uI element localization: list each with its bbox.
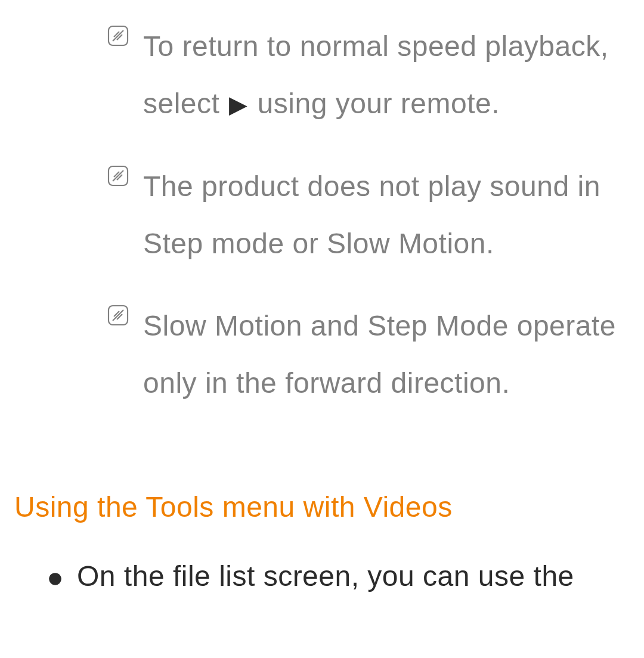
bullet-text: On the file list screen, you can use the	[77, 558, 574, 594]
note-text-part: using your remote.	[249, 88, 500, 119]
notes-block: To return to normal speed playback, sele…	[107, 18, 630, 412]
note-text: Slow Motion and Step Mode operate only i…	[143, 297, 630, 412]
note-text: The product does not play sound in Step …	[143, 158, 630, 272]
pencil-note-icon	[107, 165, 129, 187]
note-text: To return to normal speed playback, sele…	[143, 18, 630, 133]
note-item: Slow Motion and Step Mode operate only i…	[107, 297, 630, 412]
bullet-dot-icon: ●	[47, 560, 64, 595]
note-item: To return to normal speed playback, sele…	[107, 18, 630, 133]
document-page: To return to normal speed playback, sele…	[0, 0, 644, 595]
pencil-note-icon	[107, 305, 129, 326]
section-heading: Using the Tools menu with Videos	[14, 489, 630, 525]
note-item: The product does not play sound in Step …	[107, 158, 630, 272]
pencil-note-icon	[107, 25, 129, 46]
play-icon: ▶	[229, 76, 248, 133]
list-item: ● On the file list screen, you can use t…	[47, 558, 630, 595]
bullet-list: ● On the file list screen, you can use t…	[47, 558, 630, 595]
